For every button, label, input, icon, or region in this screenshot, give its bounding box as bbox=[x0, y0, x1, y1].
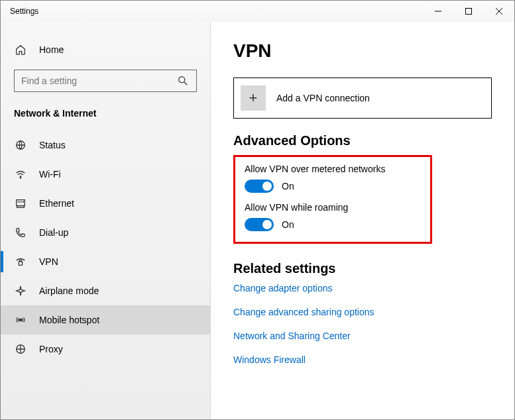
sidebar-item-ethernet[interactable]: Ethernet bbox=[1, 189, 210, 218]
maximize-button[interactable] bbox=[453, 1, 484, 22]
sidebar-item-status[interactable]: Status bbox=[1, 131, 210, 160]
highlight-box: Allow VPN over metered networks On Allow… bbox=[233, 155, 432, 244]
title-bar: Settings bbox=[1, 1, 514, 22]
page-title: VPN bbox=[233, 40, 492, 62]
plus-icon: + bbox=[241, 85, 266, 111]
search-input[interactable] bbox=[21, 76, 176, 86]
phone-icon bbox=[14, 226, 27, 239]
main-content: VPN + Add a VPN connection Advanced Opti… bbox=[211, 22, 514, 419]
svg-point-15 bbox=[19, 319, 22, 321]
minimize-button[interactable] bbox=[423, 1, 453, 22]
sidebar-item-wifi[interactable]: Wi-Fi bbox=[1, 160, 210, 189]
add-vpn-label: Add a VPN connection bbox=[276, 93, 370, 103]
svg-line-5 bbox=[184, 82, 188, 85]
link-sharing-options[interactable]: Change advanced sharing options bbox=[233, 307, 492, 317]
svg-rect-8 bbox=[17, 200, 25, 206]
sidebar: Home Network & Internet Status Wi-Fi Eth… bbox=[1, 22, 211, 419]
svg-point-7 bbox=[20, 178, 21, 178]
svg-point-4 bbox=[179, 77, 185, 83]
sidebar-item-dialup[interactable]: Dial-up bbox=[1, 218, 210, 247]
toggle-roaming[interactable] bbox=[245, 218, 274, 231]
wifi-icon bbox=[14, 168, 27, 181]
sidebar-home-label: Home bbox=[39, 44, 64, 55]
sidebar-item-label: Status bbox=[39, 140, 66, 150]
hotspot-icon bbox=[14, 313, 27, 327]
globe-icon bbox=[14, 138, 27, 152]
home-icon bbox=[14, 43, 27, 56]
add-vpn-button[interactable]: + Add a VPN connection bbox=[233, 78, 492, 119]
link-adapter-options[interactable]: Change adapter options bbox=[233, 283, 492, 293]
link-windows-firewall[interactable]: Windows Firewall bbox=[233, 354, 492, 365]
toggle-metered[interactable] bbox=[245, 180, 274, 193]
search-box[interactable] bbox=[14, 70, 197, 92]
sidebar-home[interactable]: Home bbox=[1, 35, 210, 64]
window-controls bbox=[423, 1, 514, 22]
proxy-icon bbox=[14, 342, 27, 356]
sidebar-item-proxy[interactable]: Proxy bbox=[1, 335, 210, 364]
toggle-metered-state: On bbox=[282, 181, 294, 191]
svg-rect-1 bbox=[466, 9, 472, 15]
option-metered-label: Allow VPN over metered networks bbox=[245, 164, 421, 174]
toggle-roaming-state: On bbox=[282, 219, 294, 230]
svg-rect-9 bbox=[17, 206, 25, 208]
sidebar-item-label: Airplane mode bbox=[39, 286, 99, 296]
airplane-icon bbox=[14, 284, 27, 297]
sidebar-section-label: Network & Internet bbox=[1, 101, 210, 131]
sidebar-item-label: Ethernet bbox=[39, 198, 74, 209]
window-title: Settings bbox=[10, 7, 423, 16]
sidebar-item-label: VPN bbox=[39, 256, 58, 267]
close-button[interactable] bbox=[484, 1, 514, 22]
related-settings-heading: Related settings bbox=[233, 261, 492, 276]
sidebar-item-airplane[interactable]: Airplane mode bbox=[1, 276, 210, 305]
vpn-icon bbox=[14, 255, 27, 268]
svg-rect-14 bbox=[19, 262, 22, 265]
sidebar-item-vpn[interactable]: VPN bbox=[1, 247, 210, 276]
sidebar-item-hotspot[interactable]: Mobile hotspot bbox=[1, 305, 210, 335]
link-network-center[interactable]: Network and Sharing Center bbox=[233, 331, 492, 341]
sidebar-item-label: Proxy bbox=[39, 344, 63, 354]
sidebar-item-label: Dial-up bbox=[39, 227, 68, 238]
search-icon bbox=[176, 74, 190, 87]
ethernet-icon bbox=[14, 197, 27, 210]
advanced-options-heading: Advanced Options bbox=[233, 133, 492, 148]
option-roaming-label: Allow VPN while roaming bbox=[245, 202, 421, 213]
sidebar-item-label: Wi-Fi bbox=[39, 169, 61, 180]
sidebar-item-label: Mobile hotspot bbox=[39, 315, 99, 325]
